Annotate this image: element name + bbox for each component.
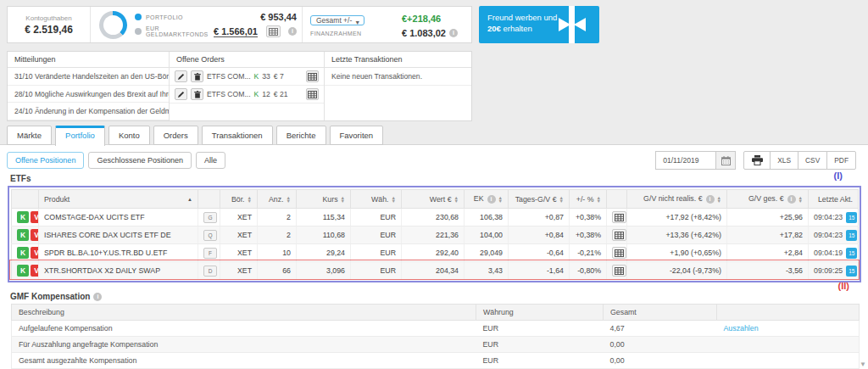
ek-info-icon[interactable]: i (487, 195, 496, 204)
scrollbar-down-arrow[interactable]: ▼ (860, 361, 866, 368)
gmf-total: 0,00 (604, 337, 717, 353)
wert-cell: 221,36 (402, 226, 465, 244)
sell-button[interactable]: V (31, 211, 39, 223)
product-doc-badge[interactable]: G (203, 212, 217, 223)
position-detail-button[interactable] (612, 265, 626, 277)
gv-gesamt-cell: +17,82 (727, 226, 809, 244)
open-orders-title: Offene Orders (170, 52, 324, 68)
sort-icon: ▲▼ (248, 196, 252, 203)
edit-order-button[interactable] (175, 88, 187, 100)
buy-button[interactable]: K (17, 247, 29, 259)
header-gv-unrealisiert[interactable]: G/V nicht realis. €i▲▼ (627, 190, 727, 209)
calendar-button[interactable] (715, 151, 736, 170)
edit-order-button[interactable] (175, 70, 187, 82)
etf-positions-table: Produkt▲ Bör.▲▼ Anz.▲▼ Kurs▲▼ Wäh.▲▼ Wer… (11, 189, 859, 280)
product-doc-badge[interactable]: D (203, 266, 217, 277)
header-kurs[interactable]: Kurs▲▼ (297, 190, 351, 209)
header-gv-gesamt[interactable]: G/V ges. €i▲▼ (727, 190, 809, 209)
sell-button[interactable]: V (31, 229, 39, 241)
tab-transaktionen[interactable]: Transaktionen (202, 126, 273, 145)
grid-icon (308, 91, 317, 98)
buy-button[interactable]: K (17, 229, 29, 241)
auszahlen-link[interactable]: Auszahlen (724, 324, 759, 333)
wert-cell: 204,34 (402, 262, 465, 280)
gmf-action-empty (717, 337, 860, 353)
gv-unreal-info-icon[interactable]: i (706, 195, 715, 204)
etf-row[interactable]: KV SPDR BL.BA.10+Y.US.TR.BD U.ETF F XET … (12, 244, 859, 262)
header-produkt[interactable]: Produkt▲ (39, 190, 198, 209)
gmf-currency: EUR (476, 321, 604, 337)
tab-berichte[interactable]: Berichte (276, 126, 326, 145)
date-input[interactable]: 01/11/2019 (655, 151, 716, 170)
delay-badge: 15 (846, 248, 857, 259)
header-tages-gv[interactable]: Tages-G/V €▲▼ (509, 190, 570, 209)
etf-row-highlighted[interactable]: KV XTR.SHORTDAX X2 DAILY SWAP D XET 66 3… (12, 262, 859, 280)
position-detail-button[interactable] (612, 247, 626, 259)
sort-icon: ▲▼ (798, 196, 803, 203)
position-detail-button[interactable] (612, 211, 626, 223)
gmf-info-icon[interactable]: i (288, 27, 297, 36)
etf-row[interactable]: KV ISHARES CORE DAX UCITS ETF DE Q XET 2… (12, 226, 859, 244)
order-row[interactable]: ETFS COM... K 12 € 21 (170, 86, 324, 103)
header-wert[interactable]: Wert €▲▼ (402, 190, 465, 209)
export-xls-button[interactable]: XLS (770, 151, 798, 170)
pct-cell: +0,38% (570, 209, 607, 226)
order-detail-button[interactable] (306, 88, 319, 100)
header-ek[interactable]: EKi▲▼ (465, 190, 509, 209)
tab-favoriten[interactable]: Favoriten (330, 126, 384, 145)
product-name: XTR.SHORTDAX X2 DAILY SWAP (39, 262, 198, 280)
gmf-value: € 1.566,01 (214, 26, 258, 37)
order-detail-button[interactable] (306, 70, 319, 82)
gv-gesamt-cell: -3,56 (727, 262, 809, 280)
message-item[interactable]: 28/10 Mögliche Auswirkungen des Brexit a… (8, 86, 169, 103)
tab-konto[interactable]: Konto (108, 126, 150, 145)
header-anz[interactable]: Anz.▲▼ (258, 190, 297, 209)
letzte-akt-cell: 09:04:23 (814, 212, 843, 221)
portfolio-dot-icon (135, 14, 142, 20)
gmf-section-info-icon[interactable]: i (93, 293, 102, 301)
export-pdf-button[interactable]: PDF (826, 151, 856, 170)
delete-order-button[interactable] (191, 70, 203, 82)
message-item[interactable]: 31/10 Veränderte Handelszeiten an den US… (8, 68, 169, 86)
sell-button[interactable]: V (31, 247, 39, 259)
total-select[interactable]: Gesamt +/- ▼ (310, 15, 364, 25)
gmf-total: 0,00 (604, 353, 717, 369)
pencil-icon (177, 91, 185, 98)
refer-friend-banner[interactable]: Freund werben und 20€ erhalten (479, 6, 599, 43)
header-waeh[interactable]: Wäh.▲▼ (351, 190, 402, 209)
delete-order-button[interactable] (191, 88, 203, 100)
tab-orders[interactable]: Orders (153, 126, 198, 145)
boerse-cell: XET (220, 226, 258, 244)
trash-icon (194, 73, 201, 81)
position-detail-button[interactable] (612, 229, 626, 241)
delay-badge: 15 (846, 266, 857, 277)
gift-bow-icon (556, 16, 588, 33)
gmf-label: EUR GELDMARKTFONDS (146, 25, 209, 37)
buy-button[interactable]: K (17, 211, 29, 223)
finanzrahmen-info-icon[interactable]: i (449, 29, 458, 37)
gmf-desc: Für Auszahlung angefragte Kompensation (12, 337, 476, 353)
gmf-detail-button[interactable] (266, 25, 281, 37)
header-pct[interactable]: +/- %▲▼ (570, 190, 607, 209)
gv-total-info-icon[interactable]: i (787, 195, 796, 204)
gv-unrealisiert-cell: +1,90 (+0,65%) (627, 244, 727, 262)
print-button[interactable] (743, 151, 771, 170)
etf-row[interactable]: KV COMSTAGE-DAX UCITS ETF G XET 2 115,34… (12, 209, 859, 226)
message-item[interactable]: 24/10 Änderung in der Kompensation der G… (8, 103, 169, 120)
chevron-down-icon: ▼ (354, 16, 360, 30)
product-doc-badge[interactable]: Q (203, 230, 217, 241)
etf-header-row: Produkt▲ Bör.▲▼ Anz.▲▼ Kurs▲▼ Wäh.▲▼ Wer… (12, 190, 859, 209)
gv-unrealisiert-cell: -22,04 (-9,73%) (627, 262, 727, 280)
buy-button[interactable]: K (17, 265, 29, 277)
tab-portfolio[interactable]: Portfolio (55, 126, 105, 146)
tab-maerkte[interactable]: Märkte (7, 126, 52, 145)
export-csv-button[interactable]: CSV (798, 151, 827, 170)
filter-geschlossene-positionen[interactable]: Geschlossene Positionen (88, 152, 192, 169)
product-doc-badge[interactable]: F (203, 248, 217, 259)
sell-button[interactable]: V (31, 265, 39, 277)
ek-cell: 106,38 (465, 209, 509, 226)
filter-alle[interactable]: Alle (196, 152, 225, 169)
filter-offene-positionen[interactable]: Offene Positionen (7, 152, 84, 169)
order-row[interactable]: ETFS COM... K 33 € 7 (170, 68, 324, 86)
header-boerse[interactable]: Bör.▲▼ (220, 190, 258, 209)
